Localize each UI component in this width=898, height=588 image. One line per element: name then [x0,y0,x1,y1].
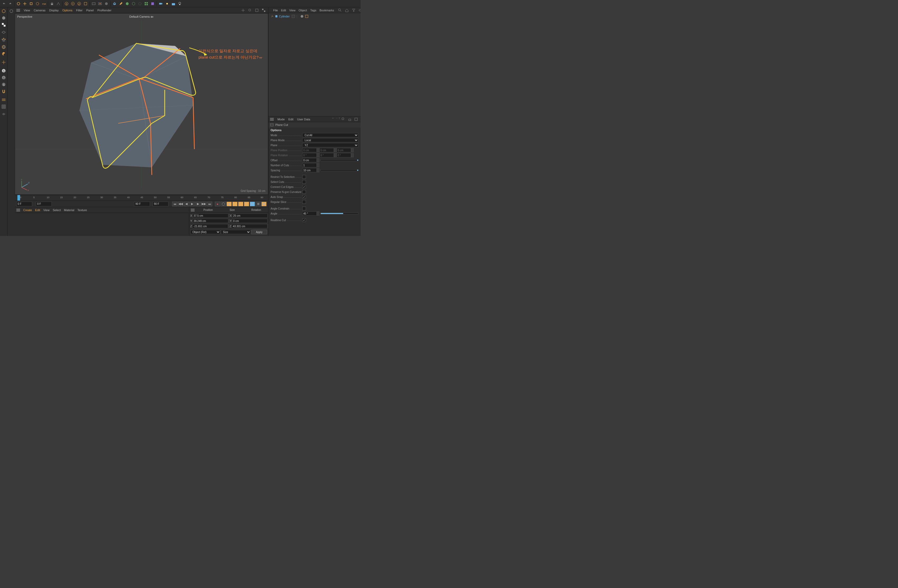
size-y-input[interactable] [232,219,268,223]
hamburger-icon[interactable] [16,9,20,12]
play-forward-icon[interactable]: ▶ [195,202,201,206]
attr-planemode-select[interactable]: Local [302,138,358,142]
object-item-cylinder[interactable]: Cylinder : [269,14,360,18]
keyframe-icon[interactable]: ◆ [226,202,232,206]
select-tool-icon[interactable] [15,1,22,6]
realtime-checkbox[interactable] [302,218,306,222]
goto-prev-key-icon[interactable]: ◀◀ [178,202,183,206]
undo-icon[interactable] [1,1,7,6]
locked-icon[interactable] [49,1,55,6]
obj-menu-file[interactable]: File [273,9,278,12]
attr-plane-select[interactable]: YZ [302,143,358,147]
next-frame-icon[interactable]: ▶▶ [201,202,206,206]
angle-slider[interactable] [320,213,358,214]
psr-tool-icon[interactable]: PSR [41,1,47,6]
cuts-input[interactable] [302,163,317,167]
viewport-menu-panel[interactable]: Panel [86,9,94,12]
scene-icon[interactable] [171,1,176,6]
material-menu-select[interactable]: Select [53,209,61,212]
viewport-menu-cameras[interactable]: Cameras [34,9,46,12]
make-editable-icon[interactable] [0,8,7,14]
lock-icon[interactable] [347,117,353,122]
key-rot-icon[interactable]: ↻ [244,202,249,206]
coord-icon[interactable] [55,1,61,6]
record-icon[interactable]: ● [215,202,220,206]
goto-start-icon[interactable]: ⏮ [172,202,177,206]
attr-menu-userdata[interactable]: User Data [297,118,311,121]
spacing-input[interactable] [302,168,317,172]
timeline-end-field[interactable] [134,202,150,206]
material-menu-create[interactable]: Create [23,209,32,212]
nurbs-icon[interactable] [125,1,130,6]
scale-tool-icon[interactable] [28,1,34,6]
workplane-icon[interactable] [0,29,7,35]
search-icon[interactable] [337,8,343,13]
offset-input[interactable] [302,158,317,162]
new-window-icon[interactable] [353,117,359,122]
polygons-mode-icon[interactable] [0,51,7,57]
autosnap-checkbox[interactable] [302,195,306,199]
viewport-menu-display[interactable]: Display [49,9,58,12]
obj-menu-view[interactable]: View [289,9,296,12]
obj-menu-tags[interactable]: Tags [310,9,316,12]
bulb-icon[interactable] [177,1,183,6]
timeline-current-field[interactable] [36,202,52,206]
regular-checkbox[interactable] [302,200,306,204]
nav-back-icon[interactable]: ← [332,117,335,122]
spacing-slider[interactable] [320,169,358,171]
material-menu-edit[interactable]: Edit [35,209,40,212]
world-icon[interactable] [83,1,88,6]
edges-mode-icon[interactable] [0,44,7,50]
key-scale-icon[interactable]: □ [238,202,243,206]
model-mode-icon[interactable] [0,15,7,21]
camera-icon[interactable] [158,1,164,6]
attr-menu-edit[interactable]: Edit [289,118,294,121]
generator-icon[interactable] [131,1,137,6]
key-pos-icon[interactable]: + [232,202,238,206]
timeline-ruler[interactable]: 0 5 10 15 20 25 30 35 40 45 50 55 60 65 … [15,195,268,201]
texture-mode-icon[interactable] [0,21,7,28]
tweak-icon[interactable] [8,8,14,14]
deformer-icon[interactable] [137,1,143,6]
locked-workplane-icon[interactable] [0,110,7,117]
viewport-zoom-icon[interactable] [247,8,253,13]
size-x-input[interactable] [232,213,268,218]
x-axis-icon[interactable]: X [64,1,69,6]
prev-frame-icon[interactable]: ◀ [184,202,189,206]
visibility-toggle[interactable] [292,15,295,18]
nav-fwd-icon[interactable]: → [335,117,338,122]
goto-end-icon[interactable]: ⏭ [207,202,212,206]
points-mode-icon[interactable] [0,37,7,43]
viewport-menu-view[interactable]: View [24,9,30,12]
workplane-snap-icon[interactable] [0,97,7,103]
connect-checkbox[interactable] [302,185,306,189]
obj-menu-object[interactable]: Object [298,9,307,12]
hamburger-icon[interactable] [16,209,20,211]
viewport-menu-prorender[interactable]: ProRender [97,9,111,12]
timeline-end2-field[interactable] [152,202,168,206]
home-icon[interactable] [344,8,350,13]
enable-dot[interactable]: : [297,15,297,18]
material-menu-texture[interactable]: Texture [77,209,87,212]
material-menu-material[interactable]: Material [64,209,74,212]
render-settings-icon[interactable] [103,1,109,6]
snap-icon[interactable] [0,88,7,95]
angle-input[interactable] [302,211,317,216]
array-icon[interactable] [143,1,149,6]
apply-button[interactable]: Apply [251,230,267,234]
ngon-checkbox[interactable] [302,190,306,194]
pen-icon[interactable] [118,1,124,6]
restrict-checkbox[interactable] [302,175,306,179]
phong-tag-icon[interactable] [300,15,304,18]
cube-icon[interactable] [112,1,117,6]
render-icon[interactable] [91,1,97,6]
search-icon[interactable] [340,117,346,122]
eye-icon[interactable] [358,8,361,13]
hamburger-icon[interactable] [191,209,195,211]
viewport-solo-off-icon[interactable]: S [0,74,7,81]
render-region-icon[interactable] [97,1,103,6]
selectcuts-checkbox[interactable] [302,180,306,184]
viewport-solo-icon[interactable]: S [0,68,7,74]
material-menu-view[interactable]: View [43,209,50,212]
grid-snap-icon[interactable] [0,103,7,110]
